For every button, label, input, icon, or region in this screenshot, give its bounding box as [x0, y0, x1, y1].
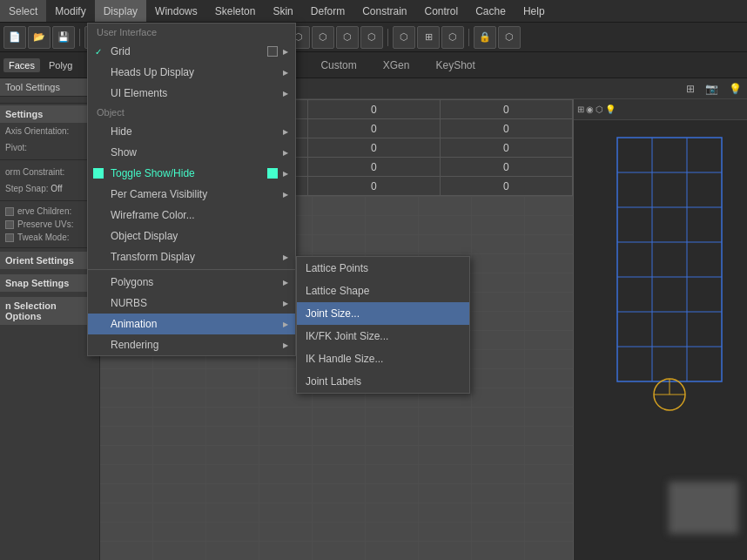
menu-item-nurbs[interactable]: NURBS	[88, 293, 295, 314]
joint-labels-label: Joint Labels	[306, 375, 361, 388]
section-object: Object	[88, 104, 295, 121]
tab-xgen[interactable]: XGen	[373, 57, 421, 73]
3d-icon-1[interactable]: ⊞	[577, 105, 584, 114]
pivot-label: Pivot:	[5, 143, 94, 152]
menu-item-grid[interactable]: ✓ Grid	[88, 41, 295, 62]
tab-polyg[interactable]: Polyg	[44, 58, 78, 72]
menu-item-wireframe-color[interactable]: Wireframe Color...	[88, 205, 295, 226]
selection-options-header: n Selection Options	[0, 297, 99, 325]
preserve-uvs-checkbox[interactable]	[5, 220, 14, 229]
lattice-shape-label: Lattice Shape	[306, 285, 369, 297]
snap-settings-header: Snap Settings	[0, 274, 99, 292]
axis-orientation-label: Axis Orientation:	[5, 126, 94, 136]
pivot-row: Pivot:	[0, 139, 99, 156]
axis-orientation-row: Axis Orientation:	[0, 123, 99, 139]
cell-1-1: 0	[307, 119, 440, 138]
serve-children-row: erve Children:	[0, 205, 99, 218]
submenu-lattice-points[interactable]: Lattice Points	[297, 257, 469, 280]
menu-modify[interactable]: Modify	[46, 0, 94, 22]
hud-label: Heads Up Display	[111, 66, 194, 78]
3d-viewport: ⊞ ◉ ⬡ 💡	[573, 99, 747, 560]
menu-skeleton[interactable]: Skeleton	[206, 0, 265, 22]
3d-icon-2[interactable]: ◉	[586, 105, 594, 114]
per-camera-label: Per Camera Visibility	[111, 188, 207, 200]
menu-item-ui-elements[interactable]: UI Elements	[88, 83, 295, 104]
menu-help[interactable]: Help	[515, 0, 554, 22]
menu-item-animation[interactable]: Animation	[88, 314, 295, 334]
submenu-ikfk-joint-size[interactable]: IK/FK Joint Size...	[297, 325, 469, 347]
3d-icon-3[interactable]: ⬡	[596, 105, 603, 114]
rendering-label: Rendering	[111, 339, 158, 351]
tool-btn-17[interactable]: ⬡	[498, 26, 521, 49]
tool-btn-15[interactable]: ⬡	[441, 26, 464, 49]
cell-4-1: 0	[307, 177, 440, 196]
submenu-ik-handle-size[interactable]: IK Handle Size...	[297, 347, 469, 370]
tool-btn-13[interactable]: ⬡	[393, 26, 415, 49]
ik-handle-size-label: IK Handle Size...	[306, 353, 383, 365]
menu-constrain[interactable]: Constrain	[353, 0, 415, 22]
submenu-joint-size[interactable]: Joint Size...	[297, 302, 469, 325]
toggle-show-hide-label: Toggle Show/Hide	[111, 167, 195, 179]
display-menu: User Interface ✓ Grid Heads Up Display U…	[87, 23, 296, 356]
polygons-label: Polygons	[111, 276, 153, 288]
tab-keyshot[interactable]: KeyShot	[425, 57, 485, 73]
open-file-btn[interactable]: 📂	[28, 26, 50, 49]
toggle-show-hide-checkbox	[93, 168, 104, 179]
tweak-mode-row: Tweak Mode:	[0, 231, 99, 244]
cell-3-1: 0	[307, 158, 440, 177]
wireframe-color-label: Wireframe Color...	[111, 209, 195, 221]
tool-btn-12[interactable]: ⬡	[360, 26, 383, 49]
grid-checkbox	[267, 46, 278, 57]
lattice-points-label: Lattice Points	[306, 262, 368, 274]
submenu-lattice-shape[interactable]: Lattice Shape	[297, 280, 469, 302]
tweak-mode-checkbox[interactable]	[5, 233, 14, 242]
cell-2-1: 0	[307, 138, 440, 158]
menu-item-per-camera[interactable]: Per Camera Visibility	[88, 184, 295, 205]
tool-btn-16[interactable]: 🔒	[474, 26, 496, 49]
step-snap-row: Step Snap: Off	[0, 180, 99, 197]
menu-item-hide[interactable]: Hide	[88, 121, 295, 142]
submenu-joint-labels[interactable]: Joint Labels	[297, 370, 469, 393]
save-file-btn[interactable]: 💾	[52, 26, 75, 49]
cell-1-2: 0	[440, 119, 572, 138]
menu-item-toggle-show-hide[interactable]: Toggle Show/Hide	[88, 163, 295, 184]
3d-icon-4[interactable]: 💡	[605, 105, 616, 114]
step-snap-value: Off	[50, 184, 62, 193]
vp-icon-3[interactable]: 💡	[729, 83, 742, 95]
vp-icon-2[interactable]: 📷	[705, 83, 718, 95]
menu-skin[interactable]: Skin	[264, 0, 301, 22]
tool-settings-header: Tool Settings	[0, 78, 99, 97]
new-file-btn[interactable]: 📄	[3, 26, 26, 49]
menu-item-polygons[interactable]: Polygons	[88, 272, 295, 293]
tool-btn-11[interactable]: ⬡	[336, 26, 359, 49]
tab-faces[interactable]: Faces	[3, 58, 40, 72]
wireframe-svg	[591, 129, 747, 425]
menu-display[interactable]: Display	[95, 0, 146, 22]
ikfk-joint-size-label: IK/FK Joint Size...	[306, 330, 388, 342]
toolbar-sep4	[468, 29, 469, 46]
tab-custom[interactable]: Custom	[310, 57, 367, 73]
hide-label: Hide	[111, 125, 132, 138]
menu-item-object-display[interactable]: Object Display	[88, 226, 295, 246]
serve-children-checkbox[interactable]	[5, 207, 14, 216]
settings-section: Settings	[0, 105, 99, 123]
tool-btn-10[interactable]: ⬡	[312, 26, 334, 49]
menu-cache[interactable]: Cache	[467, 0, 515, 22]
tool-btn-14[interactable]: ⊞	[417, 26, 440, 49]
menu-windows[interactable]: Windows	[146, 0, 206, 22]
nurbs-label: NURBS	[111, 297, 147, 309]
menu-item-rendering[interactable]: Rendering	[88, 334, 295, 355]
svg-rect-0	[617, 138, 722, 381]
menu-select[interactable]: Select	[0, 0, 46, 22]
dropdown-container: User Interface ✓ Grid Heads Up Display U…	[87, 23, 296, 356]
menu-deform[interactable]: Deform	[302, 0, 353, 22]
menu-item-transform-display[interactable]: Transform Display	[88, 246, 295, 267]
cell-2-2: 0	[440, 138, 572, 158]
menu-item-show[interactable]: Show	[88, 142, 295, 163]
animation-label: Animation	[111, 318, 157, 330]
cell-0-1: 0	[307, 100, 440, 119]
menu-control[interactable]: Control	[416, 0, 468, 22]
menu-item-hud[interactable]: Heads Up Display	[88, 62, 295, 83]
menu-divider-1	[88, 269, 295, 270]
vp-icon-1[interactable]: ⊞	[686, 83, 695, 95]
